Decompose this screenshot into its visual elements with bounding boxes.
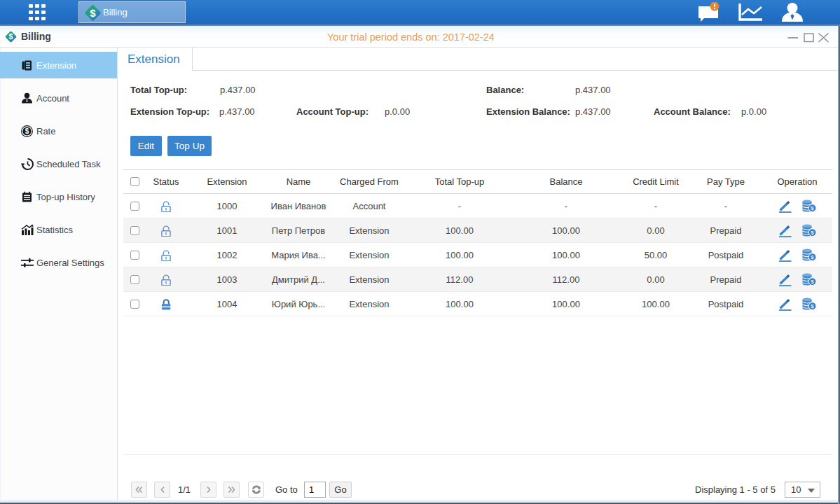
svg-text:$: $ bbox=[9, 32, 13, 41]
svg-text:$: $ bbox=[25, 127, 29, 135]
svg-text:$: $ bbox=[90, 7, 96, 19]
